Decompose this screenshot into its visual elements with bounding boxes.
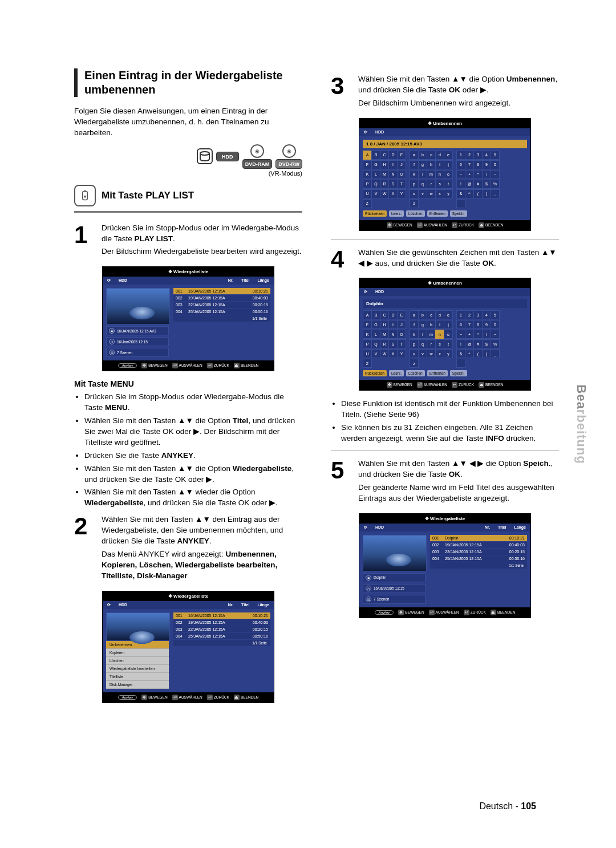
kb-key: A	[363, 151, 372, 160]
table-row: 00322/JAN/2005 12:15A00:20:15	[173, 302, 270, 309]
kb-save: Speich.	[450, 210, 467, 217]
kb-key: h	[427, 320, 436, 329]
section-intro: Folgen Sie diesen Anweisungen, um einen …	[74, 106, 302, 139]
kb-key: )	[482, 189, 491, 198]
kb-key: _	[491, 349, 500, 358]
kb-key: K	[363, 170, 372, 179]
kb-key: 0	[491, 320, 500, 329]
kb-key: J	[397, 320, 406, 329]
kb-key: K	[363, 330, 372, 339]
kb-key: E	[397, 151, 406, 160]
kb-remove: Entfernen	[427, 370, 448, 376]
kb-key: i	[435, 160, 444, 169]
osd-thumbnail	[106, 288, 170, 324]
kb-key: H	[380, 160, 389, 169]
kb-key: j	[444, 320, 453, 329]
kb-key: P	[363, 339, 372, 348]
kb-key: q	[418, 180, 427, 189]
kb-key: v	[418, 349, 427, 358]
kb-key: E	[397, 310, 406, 319]
kb-key: b	[418, 151, 427, 160]
kb-key: I	[388, 320, 398, 329]
right-column: 3 Wählen Sie mit den Tasten ▲▼ die Optio…	[331, 68, 559, 711]
kb-key: %	[491, 339, 500, 348]
table-row: 00425/JAN/2005 12:15A00:50:16	[173, 309, 270, 315]
kb-key: 2	[465, 310, 474, 319]
kb-key: D	[388, 310, 398, 319]
kb-key: R	[380, 180, 389, 189]
kb-key: t	[444, 339, 453, 348]
step-num-4: 4	[331, 247, 354, 270]
hdd-device-icon	[197, 148, 213, 164]
ctx-delete: Löschen	[106, 657, 169, 665]
remote-button-icon	[74, 185, 96, 206]
kb-key: x	[435, 349, 444, 358]
osd-rename-dolphin: Umbenennen ⟳HDD Dolphin ABCDEFGHIJKLMNOP…	[359, 278, 531, 391]
step3-line2: Der Bildschirm Umbenennen wird angezeigt…	[358, 98, 559, 109]
kb-key: d	[435, 151, 444, 160]
kb-key: M	[380, 170, 389, 179]
kb-key: R	[380, 339, 389, 348]
kb-key: p	[410, 339, 419, 348]
kb-key: $	[482, 339, 491, 348]
kb-key: $	[482, 180, 491, 189]
kb-key: 7	[465, 320, 474, 329]
kb-key: S	[388, 339, 398, 348]
kb-key: h	[427, 160, 436, 169]
kb-reset: Rücksetzen	[363, 370, 387, 376]
step5-line1: Wählen Sie mit den Tasten ▲▼ ◀ ▶ die Opt…	[358, 459, 559, 480]
list-item: Wählen Sie mit den Tasten ▲▼ wieder die …	[84, 487, 302, 509]
kb-key: O	[397, 170, 406, 179]
kb-key: X	[388, 349, 398, 358]
kb-key: #	[473, 180, 483, 189]
kb-key: 6	[456, 320, 465, 329]
kb-key: D	[388, 151, 398, 160]
rename-field: Dolphin	[363, 299, 527, 308]
ctx-edit-playlist: Wiedergabeliste bearbeiten	[106, 665, 169, 673]
kb-key: y	[444, 349, 453, 358]
kb-key: Y	[397, 349, 406, 358]
kb-key: u	[410, 349, 419, 358]
kb-key: C	[380, 310, 389, 319]
media-badges: HDD ◉ DVD-RAM ◉ DVD-RW	[74, 144, 302, 169]
ctx-copy: Kopieren	[106, 649, 169, 657]
kb-key: 5	[491, 310, 500, 319]
kb-key: c	[427, 310, 436, 319]
hdd-badge: HDD	[216, 152, 239, 161]
kb-key: C	[380, 151, 389, 160]
list-item: Drücken Sie im Stopp-Modus oder Wiederga…	[84, 392, 302, 413]
kb-key: !	[456, 180, 465, 189]
step3-line1: Wählen Sie mit den Tasten ▲▼ die Option …	[358, 74, 559, 96]
table-row: 00116/JAN/2005 12:15A00:10:21	[173, 288, 270, 295]
step-3: 3 Wählen Sie mit den Tasten ▲▼ die Optio…	[331, 74, 559, 111]
step4-notes: Diese Funktion ist identisch mit der Fun…	[331, 399, 559, 444]
page-footer: Deutsch - 105	[479, 801, 536, 812]
osd-playlist-1: Wiedergabeliste ⟳HDD Nr. Titel Länge ▣16…	[102, 266, 274, 371]
kb-key: %	[491, 180, 500, 189]
left-column: Einen Eintrag in der Wiedergabeliste umb…	[74, 68, 302, 711]
osd-playlist-after: Wiedergabeliste ⟳HDD Nr. Titel Länge ▣Do…	[359, 513, 531, 618]
heading-bar-icon	[74, 68, 78, 97]
kb-key: 8	[473, 320, 483, 329]
kb-key: 0	[491, 160, 500, 169]
osd-thumbnail	[106, 612, 170, 641]
kb-key: *	[473, 330, 483, 339]
list-item: Wählen Sie mit den Tasten ▲▼ die Option …	[84, 464, 302, 485]
section-header: Einen Eintrag in der Wiedergabeliste umb…	[74, 68, 302, 97]
kb-key: −	[456, 330, 465, 339]
kb-key: 3	[473, 310, 483, 319]
kb-key: q	[418, 339, 427, 348]
step-5: 5 Wählen Sie mit den Tasten ▲▼ ◀ ▶ die O…	[331, 459, 559, 506]
kb-key: Y	[397, 189, 406, 198]
subhead-row: Mit Taste PLAY LIST	[74, 185, 302, 206]
ctx-disk-manager: Disk-Manager	[106, 681, 169, 689]
kb-remove: Entfernen	[427, 210, 448, 217]
kb-reset: Rücksetzen	[363, 210, 387, 217]
kb-key: S	[388, 180, 398, 189]
list-item: Wählen Sie mit den Tasten ▲▼ die Option …	[84, 416, 302, 448]
table-row: 00322/JAN/2005 12:15A00:20:15	[430, 549, 527, 555]
kb-key: s	[435, 339, 444, 348]
kb-key: *	[473, 170, 483, 179]
kb-space: Leerz.	[389, 370, 404, 376]
kb-key: z	[410, 359, 419, 368]
